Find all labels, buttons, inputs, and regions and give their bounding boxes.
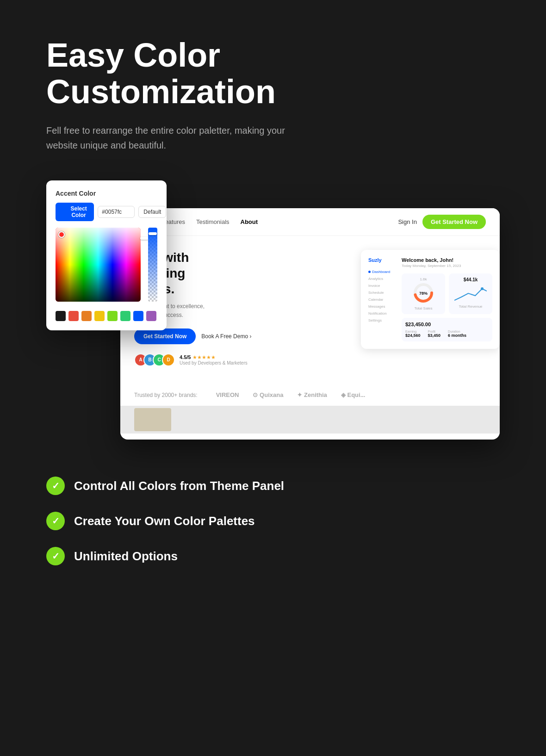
preview-rating: A B C D 4.5/5 ★★★★★ Used by Developers &…	[134, 353, 486, 366]
check-circle-2: ✓	[46, 512, 65, 530]
brand-quixana: ⊙ Quixana	[253, 391, 283, 398]
trusted-section: Trusted by 2000+ brands: VIREON ⊙ Quixan…	[120, 384, 500, 406]
feature-text-2: Create Your Own Color Palettes	[74, 514, 255, 528]
welcome-text: Welcome back, John!	[402, 257, 492, 263]
sidebar-notification: Notification	[368, 310, 396, 317]
color-swatch	[61, 208, 66, 216]
check-icon-3: ✓	[52, 551, 60, 562]
sidebar-dashboard: Dashboard	[368, 268, 396, 275]
swatch-black[interactable]	[56, 311, 66, 321]
total-sales-card: 1.6k 78% Total Sales	[402, 273, 445, 314]
dashboard-sidebar: Suzly Dashboard Analytics Invoice Schedu…	[368, 257, 396, 341]
line-chart	[454, 284, 487, 303]
sidebar-messages: Messages	[368, 303, 396, 310]
sidebar-schedule: Schedule	[368, 289, 396, 296]
check-circle-3: ✓	[46, 547, 65, 565]
hero-section: Easy Color Customization Fell free to re…	[46, 37, 500, 153]
svg-text:78%: 78%	[419, 291, 428, 296]
check-circle-1: ✓	[46, 477, 65, 495]
color-picker-panel: Accent Color Select Color Default	[46, 180, 167, 330]
hero-subtitle: Fell free to rearrange the entire color …	[46, 123, 296, 153]
feature-item-1: ✓ Control All Colors from Theme Panel	[46, 477, 500, 495]
duration-detail: Duration 6 months	[448, 330, 466, 338]
page-title: Easy Color Customization	[46, 37, 324, 110]
donut-chart: 78%	[412, 281, 435, 304]
feature-item-2: ✓ Create Your Own Color Palettes	[46, 512, 500, 530]
preview-thumbnail	[134, 408, 171, 431]
total-sales-label: Total Sales	[405, 306, 441, 310]
rating-info: 4.5/5 ★★★★★ Used by Developers & Markete…	[180, 354, 248, 366]
preview-book-demo-link[interactable]: Book A Free Demo ›	[201, 333, 251, 340]
hex-input[interactable]	[98, 206, 135, 218]
default-button[interactable]: Default	[138, 206, 166, 218]
sidebar-settings: Settings	[368, 317, 396, 324]
total-sales-count: 1.6k	[405, 277, 441, 281]
sidebar-invoice: Invoice	[368, 282, 396, 289]
dashboard-date: Today Monday, September 15, 2023	[402, 264, 492, 268]
total-revenue-card: $44.1k Total Revenue	[449, 273, 492, 314]
website-preview: Home Features Testimonials About Sign In…	[120, 208, 500, 440]
brand-equi: ◈ Equi...	[341, 391, 366, 398]
swatch-red[interactable]	[68, 311, 79, 321]
revenue-amount: $23,450.00	[405, 322, 489, 327]
sign-in-button[interactable]: Sign In	[398, 218, 416, 225]
swatch-yellow[interactable]	[94, 311, 105, 321]
svg-point-3	[481, 287, 484, 290]
dashboard-logo: Suzly	[368, 257, 396, 263]
trusted-label: Trusted by 2000+ brands:	[134, 392, 198, 398]
avatar-4: D	[162, 353, 175, 366]
select-color-button[interactable]: Select Color	[56, 203, 94, 221]
total-revenue-value: $44.1k	[453, 277, 489, 282]
earning-detail: Earning $24,560	[405, 330, 421, 338]
swatch-blue[interactable]	[133, 311, 143, 321]
brand-logos: VIREON ⊙ Quixana ✦ Zenithia ◈ Equi...	[216, 391, 366, 398]
swatch-purple[interactable]	[146, 311, 156, 321]
preview-get-started-button[interactable]: Get Started Now	[134, 328, 196, 344]
total-revenue-label: Total Revenue	[453, 304, 489, 309]
panel-title: Accent Color	[56, 190, 157, 197]
feature-item-3: ✓ Unlimited Options	[46, 547, 500, 565]
opacity-slider[interactable]	[148, 228, 157, 302]
avatar-stack: A B C D	[134, 353, 175, 366]
revenue-card: $23,450.00 Earning $24,560 Profit $3,450	[402, 318, 492, 341]
swatch-green[interactable]	[107, 311, 118, 321]
hue-thumb[interactable]	[140, 237, 149, 240]
color-controls: Select Color Default	[56, 203, 157, 221]
profit-detail: Profit $3,450	[428, 330, 441, 338]
swatch-orange[interactable]	[81, 311, 92, 321]
rating-sub: Used by Developers & Marketers	[180, 360, 248, 366]
features-list: ✓ Control All Colors from Theme Panel ✓ …	[46, 477, 500, 565]
dashboard-widget: Suzly Dashboard Analytics Invoice Schedu…	[361, 250, 500, 349]
sidebar-analytics: Analytics	[368, 275, 396, 282]
feature-text-1: Control All Colors from Theme Panel	[74, 479, 284, 493]
dashboard-main: Welcome back, John! Today Monday, Septem…	[402, 257, 492, 341]
preview-nav-buttons: Sign In Get Started Now	[398, 215, 486, 229]
screenshot-area: Accent Color Select Color Default	[46, 180, 500, 440]
preview-nav: Home Features Testimonials About Sign In…	[120, 208, 500, 236]
nav-about[interactable]: About	[241, 218, 258, 225]
opacity-thumb[interactable]	[149, 232, 157, 235]
check-icon-1: ✓	[52, 480, 60, 491]
rating-value: 4.5/5	[180, 354, 191, 360]
swatches-row	[56, 311, 157, 321]
check-icon-2: ✓	[52, 515, 60, 527]
rating-stars: ★★★★★	[192, 354, 216, 360]
preview-bottom-strip	[120, 406, 500, 434]
nav-testimonials[interactable]: Testimonials	[196, 218, 230, 225]
feature-text-3: Unlimited Options	[74, 549, 178, 564]
nav-get-started-button[interactable]: Get Started Now	[422, 215, 486, 229]
swatch-teal[interactable]	[120, 311, 130, 321]
brand-vireon: VIREON	[216, 391, 239, 398]
sidebar-calendar: Calendar	[368, 296, 396, 303]
brand-zenithia: ✦ Zenithia	[297, 391, 327, 398]
